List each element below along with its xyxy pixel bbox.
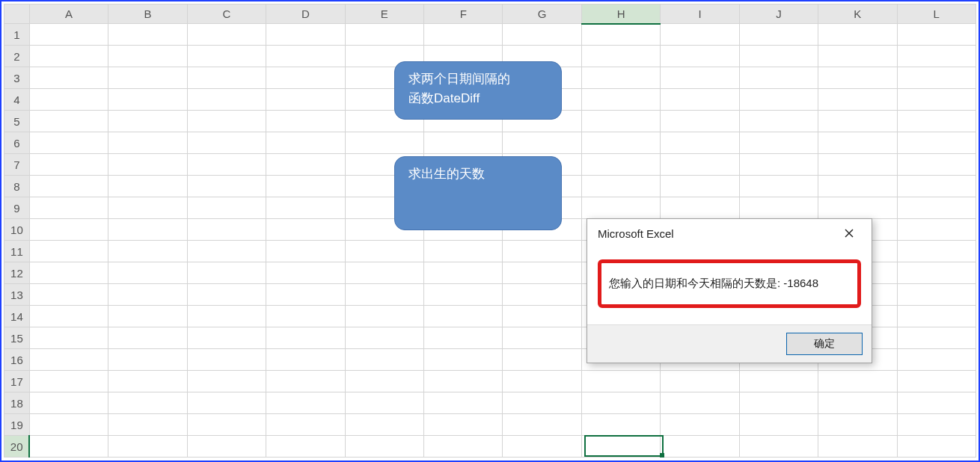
cell-K20[interactable]: [818, 436, 897, 458]
row-header-7[interactable]: 7: [4, 154, 30, 176]
row-header-20[interactable]: 20: [4, 436, 30, 458]
cell-C14[interactable]: [187, 306, 266, 327]
cell-E18[interactable]: [345, 392, 423, 414]
cell-C7[interactable]: [187, 154, 266, 176]
cell-D2[interactable]: [266, 46, 345, 67]
cell-L19[interactable]: [897, 414, 976, 436]
cell-D8[interactable]: [266, 176, 345, 197]
cell-F14[interactable]: [424, 306, 503, 327]
cell-K2[interactable]: [818, 46, 897, 67]
cell-H4[interactable]: [581, 89, 660, 111]
cell-C12[interactable]: [187, 262, 266, 284]
cell-D19[interactable]: [266, 414, 345, 436]
cell-D20[interactable]: [266, 436, 345, 458]
cell-A16[interactable]: [29, 349, 108, 371]
cell-C4[interactable]: [187, 89, 266, 111]
cell-I7[interactable]: [661, 154, 739, 176]
cell-D18[interactable]: [266, 392, 345, 414]
cell-L9[interactable]: [897, 197, 976, 219]
cell-A5[interactable]: [29, 111, 108, 132]
cell-C17[interactable]: [187, 371, 266, 392]
cell-B19[interactable]: [108, 414, 187, 436]
cell-E16[interactable]: [345, 349, 423, 371]
cell-E1[interactable]: [345, 24, 423, 46]
cell-D16[interactable]: [266, 349, 345, 371]
cell-L4[interactable]: [897, 89, 976, 111]
cell-A17[interactable]: [29, 371, 108, 392]
cell-E17[interactable]: [345, 371, 423, 392]
cell-G20[interactable]: [503, 436, 581, 458]
cell-F13[interactable]: [424, 284, 503, 306]
callout-birthdays[interactable]: 求出生的天数: [394, 156, 562, 230]
cell-G18[interactable]: [503, 392, 581, 414]
cell-D6[interactable]: [266, 132, 345, 154]
cell-F6[interactable]: [424, 132, 503, 154]
cell-L11[interactable]: [897, 241, 976, 262]
cell-E12[interactable]: [345, 262, 423, 284]
cell-L3[interactable]: [897, 67, 976, 89]
cell-A1[interactable]: [29, 24, 108, 46]
cell-J19[interactable]: [739, 414, 818, 436]
cell-J1[interactable]: [739, 24, 818, 46]
cell-A10[interactable]: [29, 219, 108, 241]
column-header-G[interactable]: G: [503, 4, 581, 24]
select-all-corner[interactable]: [4, 4, 30, 24]
cell-E14[interactable]: [345, 306, 423, 327]
cell-A13[interactable]: [29, 284, 108, 306]
cell-C2[interactable]: [187, 46, 266, 67]
cell-K3[interactable]: [818, 67, 897, 89]
row-header-11[interactable]: 11: [4, 241, 30, 262]
cell-A6[interactable]: [29, 132, 108, 154]
row-header-10[interactable]: 10: [4, 219, 30, 241]
cell-B7[interactable]: [108, 154, 187, 176]
cell-G1[interactable]: [503, 24, 581, 46]
cell-L12[interactable]: [897, 262, 976, 284]
cell-B2[interactable]: [108, 46, 187, 67]
cell-F20[interactable]: [424, 436, 503, 458]
cell-I9[interactable]: [661, 197, 739, 219]
cell-B5[interactable]: [108, 111, 187, 132]
cell-L8[interactable]: [897, 176, 976, 197]
cell-J8[interactable]: [739, 176, 818, 197]
cell-C16[interactable]: [187, 349, 266, 371]
cell-K5[interactable]: [818, 111, 897, 132]
cell-C13[interactable]: [187, 284, 266, 306]
row-header-18[interactable]: 18: [4, 392, 30, 414]
row-header-5[interactable]: 5: [4, 111, 30, 132]
cell-J5[interactable]: [739, 111, 818, 132]
cell-F19[interactable]: [424, 414, 503, 436]
cell-I2[interactable]: [661, 46, 739, 67]
cell-H2[interactable]: [581, 46, 660, 67]
cell-F17[interactable]: [424, 371, 503, 392]
cell-C3[interactable]: [187, 67, 266, 89]
cell-K7[interactable]: [818, 154, 897, 176]
row-header-9[interactable]: 9: [4, 197, 30, 219]
cell-H9[interactable]: [581, 197, 660, 219]
cell-J17[interactable]: [739, 371, 818, 392]
column-header-K[interactable]: K: [818, 4, 897, 24]
column-header-H[interactable]: H: [581, 4, 660, 24]
cell-C10[interactable]: [187, 219, 266, 241]
column-header-I[interactable]: I: [661, 4, 739, 24]
row-header-2[interactable]: 2: [4, 46, 30, 67]
cell-L16[interactable]: [897, 349, 976, 371]
cell-B9[interactable]: [108, 197, 187, 219]
cell-J18[interactable]: [739, 392, 818, 414]
cell-J9[interactable]: [739, 197, 818, 219]
cell-B3[interactable]: [108, 67, 187, 89]
cell-B16[interactable]: [108, 349, 187, 371]
cell-B15[interactable]: [108, 327, 187, 349]
cell-B18[interactable]: [108, 392, 187, 414]
cell-F1[interactable]: [424, 24, 503, 46]
cell-B4[interactable]: [108, 89, 187, 111]
cell-J6[interactable]: [739, 132, 818, 154]
column-header-A[interactable]: A: [29, 4, 108, 24]
cell-B14[interactable]: [108, 306, 187, 327]
column-header-C[interactable]: C: [187, 4, 266, 24]
cell-H8[interactable]: [581, 176, 660, 197]
cell-L14[interactable]: [897, 306, 976, 327]
row-header-4[interactable]: 4: [4, 89, 30, 111]
cell-A20[interactable]: [29, 436, 108, 458]
cell-E15[interactable]: [345, 327, 423, 349]
cell-B6[interactable]: [108, 132, 187, 154]
